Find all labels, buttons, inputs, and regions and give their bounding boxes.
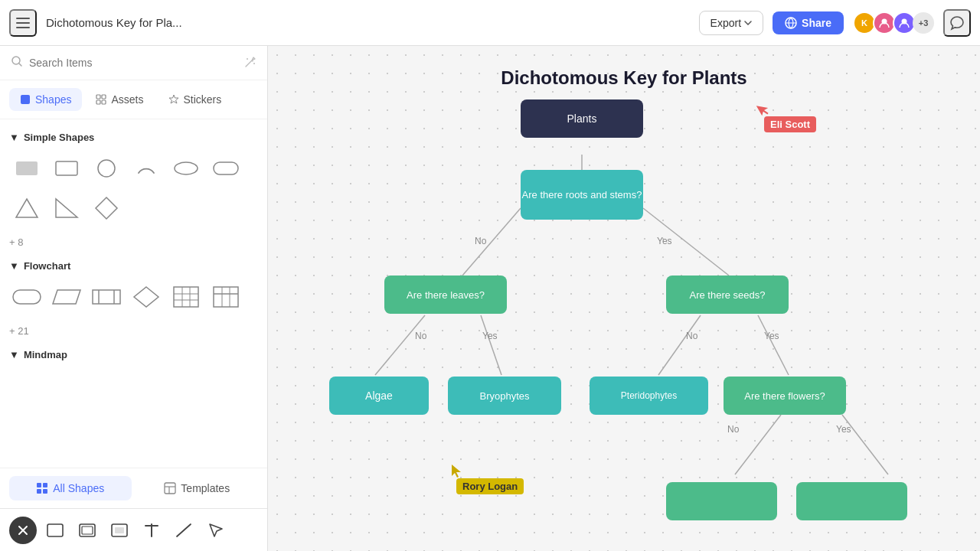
sidebar: Shapes Assets Stickers ▼ Simple Shapes bbox=[0, 46, 268, 551]
bottom-tab-templates-label: Templates bbox=[181, 482, 230, 494]
node-pteridophytes[interactable]: Pteridophytes bbox=[590, 377, 708, 415]
tool-arrow[interactable] bbox=[202, 517, 230, 544]
shapes-tab-bar: Shapes Assets Stickers bbox=[0, 80, 267, 119]
svg-rect-42 bbox=[165, 483, 175, 494]
section-simple-shapes-label: Simple Shapes bbox=[24, 132, 94, 143]
shape-rounded-rect[interactable] bbox=[208, 151, 243, 186]
shape-stadium[interactable] bbox=[9, 279, 44, 315]
search-bar bbox=[0, 46, 267, 80]
bottom-toolbar bbox=[0, 508, 267, 551]
svg-rect-9 bbox=[21, 95, 30, 104]
tool-line[interactable] bbox=[170, 517, 198, 544]
node-leaves[interactable]: Are there leaves? bbox=[384, 276, 507, 314]
shape-parallelogram[interactable] bbox=[49, 279, 84, 315]
shape-diamond[interactable] bbox=[89, 191, 124, 226]
tab-assets[interactable]: Assets bbox=[85, 88, 154, 111]
avatar-count: +3 bbox=[913, 12, 934, 34]
svg-marker-20 bbox=[16, 199, 38, 217]
node-leaves-label: Are there leaves? bbox=[407, 289, 485, 301]
node-seeds[interactable]: Are there seeds? bbox=[666, 276, 789, 314]
node-plants[interactable]: Plants bbox=[521, 99, 643, 138]
label-yes-leaves: Yes bbox=[482, 331, 498, 341]
tool-text[interactable] bbox=[138, 517, 165, 544]
shape-ellipse[interactable] bbox=[168, 151, 204, 186]
share-button[interactable]: Share bbox=[773, 11, 844, 34]
svg-point-18 bbox=[175, 162, 198, 174]
section-mindmap-header[interactable]: ▼ Mindmap bbox=[9, 349, 258, 360]
tab-assets-label: Assets bbox=[111, 93, 143, 106]
tab-shapes[interactable]: Shapes bbox=[9, 88, 82, 111]
magic-wand-icon[interactable] bbox=[244, 56, 256, 70]
node-algae[interactable]: Algae bbox=[329, 377, 429, 415]
tab-stickers[interactable]: Stickers bbox=[158, 88, 233, 111]
svg-rect-16 bbox=[56, 161, 77, 175]
section-flowchart-header[interactable]: ▼ Flowchart bbox=[9, 260, 258, 272]
section-flowchart-label: Flowchart bbox=[24, 260, 70, 272]
search-input[interactable] bbox=[29, 57, 238, 69]
cursor-eli-scott-name: Eli Scott bbox=[764, 116, 816, 132]
tool-shape-outline[interactable] bbox=[106, 517, 133, 544]
shape-triangle[interactable] bbox=[9, 191, 44, 226]
shape-arc[interactable] bbox=[129, 151, 164, 186]
svg-rect-47 bbox=[47, 524, 63, 536]
svg-rect-23 bbox=[13, 290, 41, 304]
svg-rect-19 bbox=[214, 162, 238, 174]
shape-table[interactable] bbox=[208, 279, 243, 315]
node-roots-stems-label: Are there roots and stems? bbox=[522, 189, 642, 201]
menu-button[interactable] bbox=[9, 9, 37, 37]
label-no-flowers: No bbox=[727, 424, 739, 435]
svg-rect-34 bbox=[214, 287, 238, 307]
node-roots-stems[interactable]: Are there roots and stems? bbox=[521, 170, 643, 220]
header: Dichotomous Key for Pla... Export Share … bbox=[0, 0, 980, 46]
flowchart-more-label: + 21 bbox=[9, 325, 29, 337]
flowchart-shapes-grid bbox=[9, 279, 258, 315]
svg-rect-0 bbox=[16, 18, 30, 19]
shape-circle[interactable] bbox=[89, 151, 124, 186]
svg-rect-41 bbox=[43, 489, 47, 494]
section-mindmap-arrow: ▼ bbox=[9, 349, 19, 360]
avatar-group: K +3 bbox=[853, 11, 934, 34]
svg-rect-12 bbox=[96, 100, 100, 104]
comment-button[interactable] bbox=[943, 9, 971, 37]
share-label: Share bbox=[802, 17, 831, 29]
simple-shapes-more[interactable]: + 8 bbox=[9, 236, 258, 248]
simple-shapes-grid bbox=[9, 151, 258, 226]
close-button[interactable] bbox=[9, 517, 37, 544]
svg-line-59 bbox=[481, 315, 501, 375]
svg-rect-39 bbox=[43, 483, 47, 487]
svg-rect-29 bbox=[174, 287, 198, 307]
cursor-rory-logan: Rory Logan bbox=[450, 463, 524, 494]
export-button[interactable]: Export bbox=[699, 11, 763, 35]
shape-grid[interactable] bbox=[168, 279, 204, 315]
cursor-rory-logan-name: Rory Logan bbox=[456, 478, 524, 494]
simple-shapes-more-label: + 8 bbox=[9, 236, 23, 248]
shape-decision[interactable] bbox=[129, 279, 164, 315]
canvas[interactable]: Dichotomous Key for Plants Plants Are th… bbox=[268, 46, 980, 551]
shape-process[interactable] bbox=[89, 279, 124, 315]
node-bryophytes-label: Bryophytes bbox=[479, 390, 529, 402]
node-flowers-label: Are there flowers? bbox=[744, 390, 825, 402]
shape-right-triangle[interactable] bbox=[49, 191, 84, 226]
shape-rectangle-outline[interactable] bbox=[49, 151, 84, 186]
tool-frame[interactable] bbox=[74, 517, 101, 544]
svg-rect-1 bbox=[16, 22, 30, 24]
node-bottom-left[interactable] bbox=[666, 482, 777, 520]
bottom-tab-all-shapes[interactable]: All Shapes bbox=[9, 476, 132, 500]
section-simple-shapes-header[interactable]: ▼ Simple Shapes bbox=[9, 132, 258, 143]
svg-rect-2 bbox=[16, 27, 30, 28]
svg-point-7 bbox=[247, 58, 248, 60]
svg-rect-15 bbox=[16, 161, 38, 175]
tool-rectangle[interactable] bbox=[41, 517, 69, 544]
node-flowers[interactable]: Are there flowers? bbox=[724, 377, 846, 415]
node-bryophytes[interactable]: Bryophytes bbox=[448, 377, 561, 415]
node-bottom-right[interactable] bbox=[796, 482, 907, 520]
svg-rect-13 bbox=[102, 100, 106, 104]
label-yes-seeds: Yes bbox=[764, 331, 779, 341]
shape-rectangle-filled[interactable] bbox=[9, 151, 44, 186]
svg-rect-25 bbox=[93, 290, 120, 304]
svg-rect-10 bbox=[96, 95, 100, 99]
flowchart-more[interactable]: + 21 bbox=[9, 325, 258, 337]
label-yes-flowers: Yes bbox=[836, 424, 851, 435]
bottom-tab-templates[interactable]: Templates bbox=[136, 476, 259, 500]
svg-marker-28 bbox=[134, 287, 158, 307]
